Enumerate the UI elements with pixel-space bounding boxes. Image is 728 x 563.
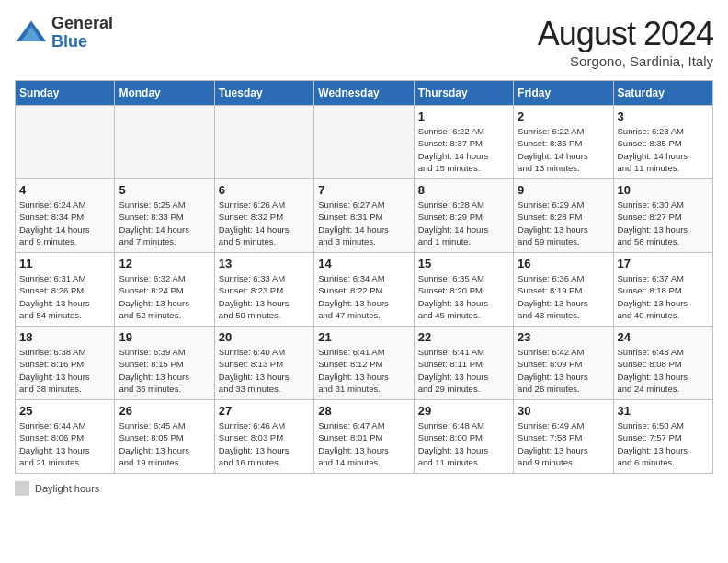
location-subtitle: Sorgono, Sardinia, Italy	[538, 53, 713, 69]
weekday-header: Tuesday	[214, 81, 313, 106]
calendar-cell: 27Sunrise: 6:46 AM Sunset: 8:03 PM Dayli…	[214, 400, 313, 474]
day-info: Sunrise: 6:38 AM Sunset: 8:16 PM Dayligh…	[19, 346, 110, 395]
day-info: Sunrise: 6:48 AM Sunset: 8:00 PM Dayligh…	[418, 419, 509, 468]
calendar-cell: 28Sunrise: 6:47 AM Sunset: 8:01 PM Dayli…	[314, 400, 414, 474]
weekday-header: Wednesday	[314, 81, 414, 106]
day-number: 23	[518, 330, 609, 344]
day-info: Sunrise: 6:32 AM Sunset: 8:24 PM Dayligh…	[119, 272, 210, 321]
calendar-cell: 2Sunrise: 6:22 AM Sunset: 8:36 PM Daylig…	[514, 106, 613, 179]
calendar-cell: 15Sunrise: 6:35 AM Sunset: 8:20 PM Dayli…	[414, 253, 513, 327]
weekday-header: Sunday	[16, 81, 115, 106]
weekday-header: Saturday	[613, 81, 712, 106]
day-info: Sunrise: 6:24 AM Sunset: 8:34 PM Dayligh…	[19, 199, 110, 247]
day-number: 19	[119, 330, 210, 344]
calendar-cell: 23Sunrise: 6:42 AM Sunset: 8:09 PM Dayli…	[514, 327, 613, 400]
calendar-cell: 31Sunrise: 6:50 AM Sunset: 7:57 PM Dayli…	[613, 400, 712, 474]
calendar-cell: 21Sunrise: 6:41 AM Sunset: 8:12 PM Dayli…	[314, 327, 414, 400]
calendar-cell	[16, 106, 115, 179]
calendar-cell	[314, 106, 414, 179]
calendar-cell: 8Sunrise: 6:28 AM Sunset: 8:29 PM Daylig…	[414, 179, 513, 253]
calendar-cell: 29Sunrise: 6:48 AM Sunset: 8:00 PM Dayli…	[414, 400, 513, 474]
day-number: 11	[19, 257, 110, 270]
calendar-cell	[115, 106, 214, 179]
weekday-header: Friday	[514, 81, 613, 106]
calendar-cell: 12Sunrise: 6:32 AM Sunset: 8:24 PM Dayli…	[115, 253, 214, 327]
calendar-cell: 26Sunrise: 6:45 AM Sunset: 8:05 PM Dayli…	[115, 400, 214, 474]
day-number: 30	[518, 404, 609, 418]
day-info: Sunrise: 6:37 AM Sunset: 8:18 PM Dayligh…	[618, 272, 709, 321]
calendar-table: SundayMondayTuesdayWednesdayThursdayFrid…	[15, 80, 713, 474]
day-number: 16	[518, 257, 609, 270]
footer-text: Daylight hours	[35, 483, 99, 494]
day-info: Sunrise: 6:42 AM Sunset: 8:09 PM Dayligh…	[518, 346, 609, 395]
day-number: 31	[618, 404, 709, 418]
weekday-header: Monday	[115, 81, 214, 106]
day-info: Sunrise: 6:50 AM Sunset: 7:57 PM Dayligh…	[618, 419, 709, 468]
day-number: 28	[318, 404, 409, 418]
day-number: 12	[119, 257, 210, 270]
day-info: Sunrise: 6:30 AM Sunset: 8:27 PM Dayligh…	[618, 199, 709, 247]
day-info: Sunrise: 6:44 AM Sunset: 8:06 PM Dayligh…	[19, 419, 110, 468]
day-number: 13	[219, 257, 310, 270]
day-info: Sunrise: 6:31 AM Sunset: 8:26 PM Dayligh…	[19, 272, 110, 321]
day-info: Sunrise: 6:22 AM Sunset: 8:37 PM Dayligh…	[418, 125, 509, 174]
day-info: Sunrise: 6:36 AM Sunset: 8:19 PM Dayligh…	[518, 272, 609, 321]
calendar-cell: 30Sunrise: 6:49 AM Sunset: 7:58 PM Dayli…	[514, 400, 613, 474]
day-number: 7	[318, 183, 409, 197]
title-block: August 2024 Sorgono, Sardinia, Italy	[538, 15, 713, 69]
calendar-week-row: 18Sunrise: 6:38 AM Sunset: 8:16 PM Dayli…	[16, 327, 713, 400]
daylight-box-icon	[15, 481, 29, 496]
day-number: 18	[19, 330, 110, 344]
day-number: 20	[219, 330, 310, 344]
logo-icon	[15, 17, 48, 50]
day-number: 2	[518, 109, 609, 123]
calendar-cell: 25Sunrise: 6:44 AM Sunset: 8:06 PM Dayli…	[16, 400, 115, 474]
footer-note: Daylight hours	[15, 481, 713, 496]
calendar-cell: 6Sunrise: 6:26 AM Sunset: 8:32 PM Daylig…	[214, 179, 313, 253]
weekday-header-row: SundayMondayTuesdayWednesdayThursdayFrid…	[16, 81, 713, 106]
day-info: Sunrise: 6:23 AM Sunset: 8:35 PM Dayligh…	[618, 125, 709, 174]
day-number: 1	[418, 109, 509, 123]
calendar-cell: 18Sunrise: 6:38 AM Sunset: 8:16 PM Dayli…	[16, 327, 115, 400]
day-info: Sunrise: 6:40 AM Sunset: 8:13 PM Dayligh…	[219, 346, 310, 395]
day-number: 27	[219, 404, 310, 418]
calendar-cell: 11Sunrise: 6:31 AM Sunset: 8:26 PM Dayli…	[16, 253, 115, 327]
calendar-cell: 13Sunrise: 6:33 AM Sunset: 8:23 PM Dayli…	[214, 253, 313, 327]
month-title: August 2024	[538, 15, 713, 53]
day-number: 10	[618, 183, 709, 197]
calendar-cell: 4Sunrise: 6:24 AM Sunset: 8:34 PM Daylig…	[16, 179, 115, 253]
day-info: Sunrise: 6:39 AM Sunset: 8:15 PM Dayligh…	[119, 346, 210, 395]
day-info: Sunrise: 6:46 AM Sunset: 8:03 PM Dayligh…	[219, 419, 310, 468]
calendar-cell: 24Sunrise: 6:43 AM Sunset: 8:08 PM Dayli…	[613, 327, 712, 400]
day-info: Sunrise: 6:47 AM Sunset: 8:01 PM Dayligh…	[318, 419, 409, 468]
day-number: 9	[518, 183, 609, 197]
calendar-cell: 16Sunrise: 6:36 AM Sunset: 8:19 PM Dayli…	[514, 253, 613, 327]
logo-blue: Blue	[51, 33, 113, 52]
day-number: 14	[318, 257, 409, 270]
day-info: Sunrise: 6:26 AM Sunset: 8:32 PM Dayligh…	[219, 199, 310, 247]
day-number: 5	[119, 183, 210, 197]
calendar-week-row: 1Sunrise: 6:22 AM Sunset: 8:37 PM Daylig…	[16, 106, 713, 179]
logo: General Blue	[15, 15, 113, 52]
calendar-cell: 5Sunrise: 6:25 AM Sunset: 8:33 PM Daylig…	[115, 179, 214, 253]
calendar-cell: 19Sunrise: 6:39 AM Sunset: 8:15 PM Dayli…	[115, 327, 214, 400]
calendar-cell: 22Sunrise: 6:41 AM Sunset: 8:11 PM Dayli…	[414, 327, 513, 400]
day-number: 6	[219, 183, 310, 197]
day-info: Sunrise: 6:41 AM Sunset: 8:11 PM Dayligh…	[418, 346, 509, 395]
day-info: Sunrise: 6:43 AM Sunset: 8:08 PM Dayligh…	[618, 346, 709, 395]
day-number: 8	[418, 183, 509, 197]
calendar-cell: 14Sunrise: 6:34 AM Sunset: 8:22 PM Dayli…	[314, 253, 414, 327]
day-number: 21	[318, 330, 409, 344]
calendar-cell	[214, 106, 313, 179]
page-header: General Blue August 2024 Sorgono, Sardin…	[15, 15, 713, 69]
day-info: Sunrise: 6:45 AM Sunset: 8:05 PM Dayligh…	[119, 419, 210, 468]
logo-general: General	[51, 15, 113, 33]
day-number: 25	[19, 404, 110, 418]
day-info: Sunrise: 6:35 AM Sunset: 8:20 PM Dayligh…	[418, 272, 509, 321]
day-number: 15	[418, 257, 509, 270]
calendar-cell: 3Sunrise: 6:23 AM Sunset: 8:35 PM Daylig…	[613, 106, 712, 179]
calendar-cell: 20Sunrise: 6:40 AM Sunset: 8:13 PM Dayli…	[214, 327, 313, 400]
calendar-cell: 9Sunrise: 6:29 AM Sunset: 8:28 PM Daylig…	[514, 179, 613, 253]
calendar-cell: 17Sunrise: 6:37 AM Sunset: 8:18 PM Dayli…	[613, 253, 712, 327]
day-number: 3	[618, 109, 709, 123]
